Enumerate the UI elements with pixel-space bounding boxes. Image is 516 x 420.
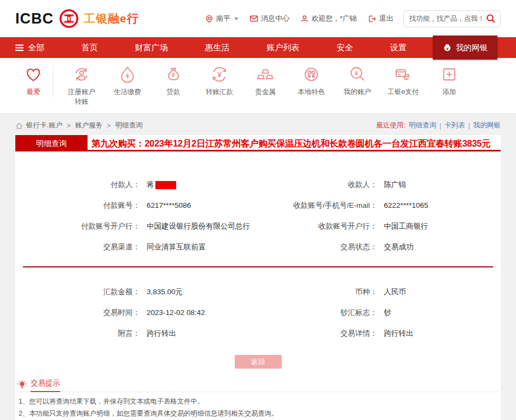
nav-item-wealth[interactable]: 财富广场: [135, 43, 168, 53]
quick-label: 添加: [432, 87, 466, 97]
add-plus-icon: [426, 65, 472, 84]
svg-text:¥: ¥: [172, 72, 175, 78]
detail-row-payer-payee: 付款人： 蒋 收款人： 陈广锦: [15, 180, 501, 190]
location-selector[interactable]: 南平: [205, 14, 239, 24]
welcome-label: 欢迎您，*广锦: [311, 14, 357, 24]
memo-value: 跨行转出: [147, 329, 176, 339]
nav-label: 财富广场: [135, 43, 168, 53]
quick-label: 注册账户转账: [65, 87, 98, 107]
message-center-label: 消息中心: [261, 14, 289, 24]
section-divider: [23, 266, 493, 267]
field-label: 汇款金额：: [15, 287, 140, 297]
transfer-remit-icon: ¥: [196, 65, 242, 84]
quick-item-favorite[interactable]: 最爱: [15, 65, 51, 107]
tip-item: 1、您可以将查询结果下载，并保存到文本或电子表格文件中。: [19, 396, 497, 408]
cash-flag-value: 钞: [384, 308, 392, 318]
nav-label: 设置: [390, 43, 407, 53]
field-label: 收款账号开户行：: [258, 221, 378, 231]
tab-detail-query[interactable]: 明细查询: [15, 135, 88, 150]
nav-item-accounts[interactable]: 账户列表: [266, 43, 299, 53]
search-icon[interactable]: [486, 14, 496, 24]
life-payment-icon: [105, 65, 150, 84]
notice-banner: 第九次购买：2023年12月2日江苏常州客户购买保温压边机和长款卷圆机各一台发江…: [91, 135, 490, 150]
breadcrumb-item[interactable]: 银行卡.账户: [26, 121, 62, 130]
envelope-icon: [250, 14, 258, 23]
field-label: 付款账号开户行：: [15, 221, 140, 231]
breadcrumb-row: 银行卡.账户 > 账户服务 > 明细查询 最近使用: 明细查询 | 卡列表 | …: [0, 114, 516, 135]
nav-all-menu[interactable]: 全部: [15, 43, 44, 53]
main-nav: 全部 首页 财富广场 惠生活 账户列表 安全 设置 ¥ 我的网银: [0, 37, 516, 58]
quick-item-add[interactable]: 添加: [426, 65, 472, 107]
gold-bars-icon: [242, 65, 288, 84]
lightbulb-icon: [18, 380, 27, 392]
transaction-details: 付款人： 蒋 收款人： 陈广锦 付款账号： 6217****5086: [15, 151, 501, 420]
logout-icon: [368, 15, 376, 23]
field-label: 钞汇标志：: [258, 308, 378, 318]
search-box[interactable]: [403, 10, 501, 27]
recent-link-my-bank[interactable]: 我的网银: [473, 121, 501, 130]
field-label: 收款人：: [258, 180, 378, 190]
quick-item-precious-metal[interactable]: 贵金属: [242, 65, 288, 107]
nav-label: 账户列表: [266, 43, 299, 53]
local-feature-icon: [288, 65, 334, 84]
recent-used-label: 最近使用:: [376, 121, 405, 130]
status-value: 交易成功: [384, 242, 414, 252]
nav-label: 安全: [337, 43, 353, 53]
quick-item-local-feature[interactable]: 本地特色: [288, 65, 334, 107]
svg-text:¥: ¥: [217, 71, 222, 79]
field-label: 收款账号/手机号/E-mail：: [258, 201, 378, 211]
location-label: 南平: [216, 14, 230, 24]
message-center-link[interactable]: 消息中心: [250, 14, 289, 24]
nav-item-security[interactable]: 安全: [337, 43, 353, 53]
location-pin-icon: [205, 15, 213, 23]
header-links: 南平 消息中心 欢迎您，*: [194, 10, 501, 27]
payer-name-text: 蒋: [147, 180, 154, 190]
quick-item-transfer-remit[interactable]: ¥ 转账汇款: [196, 65, 242, 107]
detail-row-amount-currency: 汇款金额： 3,835.00元 币种： 人民币: [15, 287, 501, 297]
logout-link[interactable]: 退出: [368, 14, 393, 24]
payee-bank-value: 中国工商银行: [384, 221, 428, 231]
register-transfer-icon: [59, 65, 105, 84]
payer-name-value: 蒋: [147, 180, 176, 190]
quick-label: 贵金属: [248, 87, 282, 97]
quick-label: 贷款: [156, 87, 190, 97]
payee-account-value: 6222****1065: [384, 201, 428, 211]
brand-name: 工银融e行: [84, 11, 139, 26]
nav-item-settings[interactable]: 设置: [390, 43, 407, 53]
tips-list: 1、您可以将查询结果下载，并保存到文本或电子表格文件中。 2、本功能只支持查询账…: [16, 392, 500, 420]
quick-label: 最爱: [16, 87, 50, 97]
back-button[interactable]: 返回: [235, 355, 282, 369]
chevron-down-icon: [234, 18, 239, 20]
link-separator: |: [468, 122, 470, 130]
breadcrumb-item[interactable]: 账户服务: [75, 121, 102, 130]
detail-panel: 明细查询 第九次购买：2023年12月2日江苏常州客户购买保温压边机和长款卷圆机…: [15, 135, 501, 420]
nav-item-life[interactable]: 惠生活: [205, 43, 229, 53]
field-label: 交易状态：: [258, 242, 378, 252]
welcome-user[interactable]: 欢迎您，*广锦: [300, 14, 357, 24]
quick-item-icbc-epay[interactable]: e 工银e支付: [380, 65, 426, 107]
quick-item-life-payment[interactable]: 生活缴费: [105, 65, 150, 107]
heart-icon: [15, 65, 51, 84]
recent-link-card-list[interactable]: 卡列表: [444, 121, 465, 130]
breadcrumb-item-current: 明细查询: [115, 121, 143, 130]
icbc-logo-text: ICBC: [15, 10, 54, 27]
quick-label: 本地特色: [294, 87, 328, 97]
recent-link-detail-query[interactable]: 明细查询: [409, 121, 436, 130]
nav-my-bank-tab[interactable]: ¥ 我的网银: [433, 36, 497, 60]
field-label: 付款账号：: [15, 201, 140, 211]
quick-item-my-account[interactable]: ¥ 我的账户: [334, 65, 380, 107]
detail-row-channel-status: 交易渠道： 同业清算互联前置 交易状态： 交易成功: [15, 242, 501, 252]
nav-item-home[interactable]: 首页: [82, 43, 98, 53]
epay-card-icon: e: [380, 65, 426, 84]
quick-item-loan[interactable]: ¥ 贷款: [150, 65, 196, 107]
quick-item-register-transfer[interactable]: 注册账户转账: [59, 65, 105, 107]
money-bag-icon: ¥: [443, 43, 452, 52]
field-label: 附言：: [15, 329, 140, 339]
person-icon: [300, 15, 309, 23]
recent-used: 最近使用: 明细查询 | 卡列表 | 我的网银: [376, 121, 501, 130]
search-input[interactable]: [409, 15, 486, 22]
quick-label: 工银e支付: [386, 87, 420, 97]
my-bank-label: 我的网银: [456, 43, 488, 53]
amount-value: 3,835.00元: [147, 287, 183, 297]
detail-row-accounts: 付款账号： 6217****5086 收款账号/手机号/E-mail： 6222…: [15, 201, 501, 211]
